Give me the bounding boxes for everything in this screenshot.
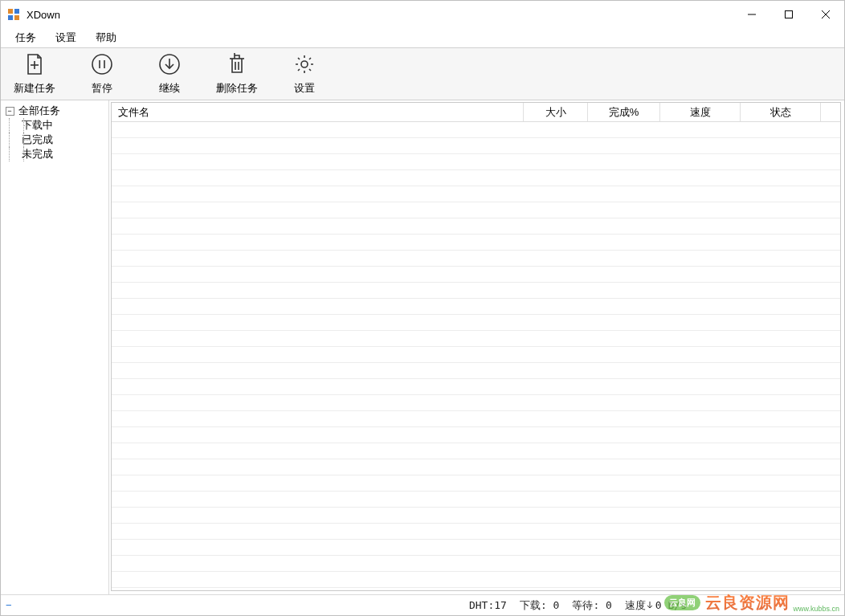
watermark-text: 云良资源网	[705, 592, 790, 614]
status-value: 0	[606, 599, 612, 611]
svg-rect-1	[14, 9, 19, 14]
new-task-button[interactable]: 新建任务	[12, 53, 57, 96]
pause-button[interactable]: 暂停	[80, 53, 125, 96]
tree-item-incomplete[interactable]: 未完成	[2, 147, 107, 161]
svg-rect-5	[786, 11, 793, 18]
sidebar: − 全部任务 下载中 已完成 未完成	[1, 100, 109, 594]
status-wait: 等待: 0	[572, 598, 611, 613]
task-table: 文件名 大小 完成% 速度 状态	[111, 102, 841, 591]
svg-rect-2	[8, 15, 13, 20]
svg-rect-3	[14, 15, 19, 20]
watermark-url: www.kubbs.cn	[793, 605, 839, 613]
watermark-badge: 云良网	[664, 595, 700, 610]
trash-icon	[226, 53, 248, 78]
column-speed[interactable]: 速度	[660, 103, 741, 121]
delete-task-button[interactable]: 删除任务	[214, 53, 259, 96]
status-label: 等待:	[572, 598, 599, 613]
toolbar-label: 继续	[159, 81, 180, 96]
toolbar-label: 设置	[294, 81, 315, 96]
svg-rect-0	[8, 9, 13, 14]
toolbar-label: 暂停	[92, 81, 112, 96]
column-status[interactable]: 状态	[741, 103, 821, 121]
status-download: 下载: 0	[520, 598, 559, 613]
watermark: 云良网 云良资源网 www.kubbs.cn	[664, 592, 839, 614]
close-button[interactable]	[807, 1, 844, 28]
new-file-plus-icon	[23, 53, 46, 78]
settings-button[interactable]: 设置	[282, 53, 327, 96]
column-filename[interactable]: 文件名	[112, 103, 524, 121]
gear-icon	[293, 53, 316, 78]
status-value: 0	[553, 599, 560, 611]
download-circle-icon	[158, 53, 181, 78]
status-value: 17	[494, 599, 507, 611]
down-arrow-icon	[646, 599, 655, 611]
resume-button[interactable]: 继续	[147, 53, 192, 96]
toolbar-label: 新建任务	[14, 81, 55, 96]
app-window: XDown 任务 设置 帮助 新建任务 暂停	[0, 0, 845, 616]
tree-item-downloading[interactable]: 下载中	[2, 118, 107, 133]
menu-help[interactable]: 帮助	[86, 29, 126, 47]
minimize-button[interactable]	[733, 1, 770, 28]
table-header: 文件名 大小 完成% 速度 状态	[112, 103, 840, 122]
window-title: XDown	[27, 9, 60, 21]
app-icon	[7, 8, 20, 21]
status-bar: − DHT: 17 下载: 0 等待: 0 速度 0 B/s 云良网 云良资源网…	[1, 594, 844, 615]
svg-point-19	[301, 61, 308, 67]
collapse-icon[interactable]: −	[6, 107, 14, 116]
title-bar: XDown	[1, 1, 844, 28]
tree-item-all-tasks[interactable]: − 全部任务	[2, 104, 107, 118]
column-done-percent[interactable]: 完成%	[588, 103, 660, 121]
status-label: 速度	[625, 598, 646, 613]
pause-circle-icon	[91, 53, 113, 78]
status-label: 下载:	[520, 598, 547, 613]
column-size[interactable]: 大小	[524, 103, 588, 121]
tree-item-completed[interactable]: 已完成	[2, 133, 107, 147]
status-label: DHT:	[469, 599, 494, 611]
status-indicator: −	[6, 599, 17, 611]
toolbar: 新建任务 暂停 继续 删除任务 设置	[1, 47, 844, 100]
menu-settings[interactable]: 设置	[46, 29, 86, 47]
toolbar-label: 删除任务	[216, 81, 258, 96]
menu-bar: 任务 设置 帮助	[1, 28, 844, 47]
maximize-button[interactable]	[770, 1, 807, 28]
tree-label: 全部任务	[17, 104, 60, 118]
table-body-empty[interactable]	[112, 122, 840, 590]
main-area: − 全部任务 下载中 已完成 未完成 文件名	[1, 100, 844, 594]
task-tree: − 全部任务 下载中 已完成 未完成	[2, 104, 107, 161]
column-tail	[821, 103, 840, 121]
menu-task[interactable]: 任务	[6, 29, 46, 47]
svg-point-10	[92, 55, 112, 74]
status-dht: DHT: 17	[469, 599, 507, 611]
